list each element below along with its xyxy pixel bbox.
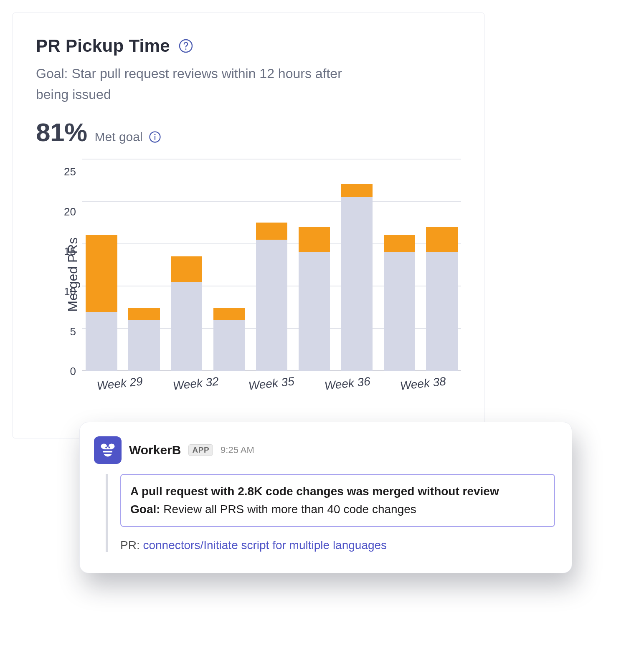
bar-segment-missed	[426, 227, 457, 252]
bar-segment-met	[384, 252, 415, 371]
card-title-row: PR Pickup Time	[36, 36, 461, 56]
bar-segment-met	[299, 252, 330, 371]
y-tick: 5	[70, 325, 76, 338]
y-tick: 0	[70, 365, 76, 378]
bar[interactable]	[86, 235, 117, 371]
bar-segment-met	[341, 197, 373, 371]
bar[interactable]	[341, 184, 373, 371]
svg-rect-6	[103, 449, 112, 451]
bar-segment-missed	[256, 223, 287, 240]
bar-slot	[337, 159, 376, 371]
bar-slot	[125, 159, 163, 371]
slack-app-badge: APP	[188, 444, 213, 456]
workerb-avatar	[94, 436, 122, 464]
card-title: PR Pickup Time	[36, 36, 170, 56]
bar[interactable]	[426, 227, 457, 371]
x-ticks: Week 29Week 32Week 35Week 36Week 38	[82, 371, 461, 390]
metric-value: 81%	[36, 117, 87, 147]
bar-segment-met	[426, 252, 457, 371]
bar-segment-missed	[171, 256, 202, 282]
pr-label: PR:	[120, 539, 140, 552]
metric-row: 81% Met goal	[36, 117, 461, 147]
slack-timestamp: 9:25 AM	[221, 445, 254, 456]
card-subtitle: Goal: Star pull request reviews within 1…	[36, 63, 353, 105]
x-tick: Week 29	[81, 373, 158, 395]
metric-label: Met goal	[95, 130, 161, 144]
bar[interactable]	[256, 223, 287, 371]
bar-segment-missed	[384, 235, 415, 252]
bar-segment-met	[256, 240, 287, 372]
help-icon[interactable]	[178, 38, 193, 53]
x-tick: Week 36	[309, 373, 386, 395]
y-axis-label-wrap: Merged PRs	[36, 159, 57, 390]
slack-header: WorkerB APP 9:25 AM	[94, 436, 555, 464]
callout-goal-label: Goal:	[130, 503, 160, 516]
bar[interactable]	[384, 235, 415, 371]
callout-line-2: Goal: Review all PRS with more than 40 c…	[130, 500, 545, 518]
x-tick: Week 35	[233, 373, 310, 395]
bar-segment-missed	[341, 184, 373, 197]
chart-body: 2520151050 Week 29Week 32Week 35Week 36W…	[57, 159, 461, 390]
info-icon[interactable]	[149, 131, 161, 143]
svg-point-4	[154, 134, 155, 135]
y-tick: 25	[64, 165, 76, 178]
slack-callout: A pull request with 2.8K code changes wa…	[120, 474, 555, 527]
x-tick: Week 32	[157, 373, 234, 395]
pr-pickup-time-card: PR Pickup Time Goal: Star pull request r…	[13, 13, 484, 438]
callout-goal-text: Review all PRS with more than 40 code ch…	[163, 503, 416, 516]
bar-slot	[82, 159, 121, 371]
bar[interactable]	[171, 256, 202, 371]
slack-app-name: WorkerB	[129, 443, 181, 457]
bars	[82, 159, 461, 371]
y-tick: 20	[64, 205, 76, 218]
slack-body: A pull request with 2.8K code changes wa…	[106, 474, 555, 552]
bar-segment-missed	[299, 227, 330, 252]
y-tick: 15	[64, 245, 76, 258]
bar-slot	[167, 159, 206, 371]
bar-slot	[253, 159, 291, 371]
bar-segment-met	[213, 320, 245, 371]
bar-segment-met	[128, 320, 160, 371]
svg-point-1	[185, 48, 186, 50]
bar-slot	[380, 159, 418, 371]
slack-pr-line: PR: connectors/Initiate script for multi…	[120, 539, 555, 552]
bar-slot	[295, 159, 333, 371]
bar[interactable]	[128, 308, 160, 372]
svg-point-11	[109, 446, 110, 448]
bee-icon	[99, 441, 117, 459]
slack-notification-card: WorkerB APP 9:25 AM A pull request with …	[79, 422, 572, 573]
bar-segment-met	[86, 312, 117, 372]
callout-line-1: A pull request with 2.8K code changes wa…	[130, 482, 545, 500]
svg-rect-7	[103, 453, 112, 454]
bar-segment-missed	[86, 235, 117, 311]
bar-segment-missed	[213, 308, 245, 321]
bar-slot	[210, 159, 248, 371]
svg-point-10	[105, 446, 107, 448]
pr-link[interactable]: connectors/Initiate script for multiple …	[143, 539, 387, 552]
metric-label-text: Met goal	[95, 130, 143, 144]
bar[interactable]	[213, 308, 245, 372]
plot	[82, 159, 461, 371]
chart: Merged PRs 2520151050 Week 29Week 32Week…	[36, 159, 461, 390]
bar[interactable]	[299, 227, 330, 371]
bar-slot	[423, 159, 461, 371]
y-tick: 10	[64, 285, 76, 298]
bar-segment-met	[171, 282, 202, 371]
plot-row: 2520151050	[57, 159, 461, 371]
x-tick: Week 38	[385, 373, 461, 395]
bar-segment-missed	[128, 308, 160, 321]
